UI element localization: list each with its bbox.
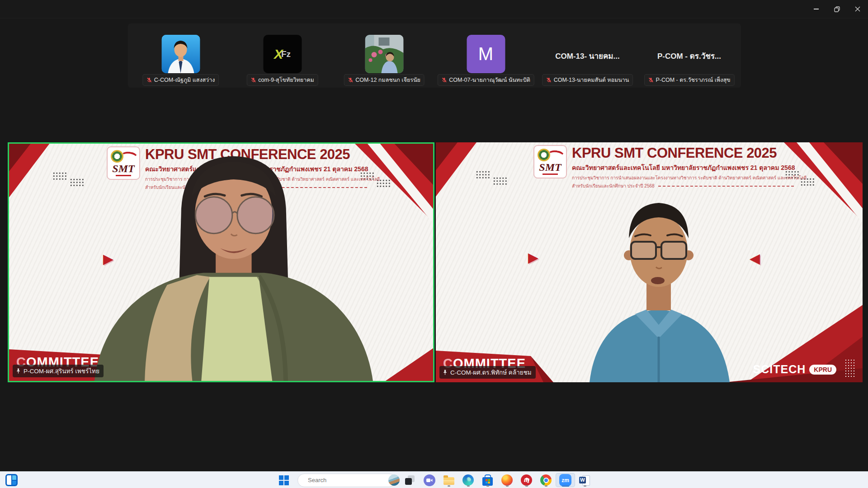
participant-name: COM-12 กมลชนก เจียรนัย <box>355 75 420 84</box>
zoom-app-icon: zm <box>559 474 571 486</box>
participant-avatar: X Fz <box>263 35 302 73</box>
participant-name-pill: C-COM-ณัฐภูมิ แสงสว่าง <box>142 74 219 86</box>
teams-chat-icon <box>424 474 435 486</box>
mic-muted-icon <box>648 77 653 83</box>
widgets-button[interactable] <box>5 474 18 486</box>
mic-muted-icon <box>441 77 447 83</box>
pin-icon <box>16 368 21 374</box>
taskbar-search[interactable] <box>297 474 396 487</box>
file-explorer-icon <box>443 477 454 485</box>
speaker-name: P-COM-ผศ.สุรินทร์ เพชร์ไทย <box>24 366 99 376</box>
scitech-kpru-logo: SCITECH KPRU <box>753 363 836 376</box>
participant-tile[interactable]: C-COM-ณัฐภูมิ แสงสว่าง <box>130 23 231 88</box>
task-view-icon <box>405 475 415 485</box>
participant-tile[interactable]: COM-13- นายคม... COM-13-นายคมสันต์ หอมนา… <box>537 23 638 88</box>
bing-daily-image[interactable] <box>388 474 400 486</box>
participant-name: C-COM-ณัฐภูมิ แสงสว่าง <box>154 75 215 84</box>
close-icon <box>855 6 860 12</box>
person-woman <box>9 144 433 381</box>
scitech-label: SCITECH <box>753 363 806 376</box>
mic-muted-icon <box>250 77 256 83</box>
window-titlebar <box>0 0 868 19</box>
minimize-button[interactable] <box>806 0 826 18</box>
video-name-tag: P-COM-ผศ.สุรินทร์ เพชร์ไทย <box>13 365 104 377</box>
participant-avatar <box>365 35 403 73</box>
riot-client-button[interactable] <box>517 473 536 487</box>
participant-name: com-9-สุโขทัยวิทยาคม <box>258 75 314 84</box>
word-button[interactable]: W <box>575 473 594 487</box>
minimize-icon <box>814 9 819 9</box>
zoom-app-button[interactable]: zm <box>556 473 575 487</box>
pin-icon <box>443 369 448 375</box>
video-tile-active-speaker[interactable]: ▶ SMT KPRU SMT CONFERENCE 2025 คณะวิทยาศ… <box>8 142 434 382</box>
participant-name-pill: P-COM - ดร.วัชราภรณ์ เพ็งสุข <box>644 74 734 86</box>
microsoft-store-button[interactable] <box>478 473 497 487</box>
portrait-photo <box>161 35 200 73</box>
edge-icon <box>462 474 474 486</box>
mic-muted-icon <box>546 77 552 83</box>
participant-display-name: P-COM - ดร.วัชร... <box>638 50 740 62</box>
participant-strip: C-COM-ณัฐภูมิ แสงสว่าง X Fz com-9-สุโขทั… <box>128 23 741 88</box>
participant-name: COM-07-นายภาณุวัฒน์ นันทะปัติ <box>449 75 530 84</box>
participant-tile[interactable]: X Fz com-9-สุโขทัยวิทยาคม <box>231 23 333 88</box>
chrome-button[interactable] <box>536 473 556 487</box>
teams-chat-button[interactable] <box>420 473 439 487</box>
participant-tile[interactable]: M COM-07-นายภาณุวัฒน์ นันทะปัติ <box>435 23 537 88</box>
person-man <box>436 142 863 382</box>
firefox-button[interactable] <box>497 473 517 487</box>
task-view-button[interactable] <box>400 473 420 487</box>
participant-avatar <box>161 35 200 73</box>
mic-muted-icon <box>348 77 353 83</box>
video-tile[interactable]: ▶ ◀ SMT KPRU SMT CONFERENCE 2025 คณะวิทย… <box>436 142 863 382</box>
dot-pattern-white <box>844 359 856 377</box>
riot-games-icon <box>521 474 532 486</box>
restore-icon <box>834 6 840 12</box>
file-explorer-button[interactable] <box>439 473 458 487</box>
microsoft-store-icon <box>482 477 493 486</box>
word-icon: W <box>579 475 590 486</box>
close-button[interactable] <box>847 0 868 18</box>
participant-name-pill: COM-13-นายคมสันต์ หอมนาน <box>542 74 633 86</box>
participant-avatar: M <box>467 35 505 73</box>
participant-tile[interactable]: P-COM - ดร.วัชร... P-COM - ดร.วัชราภรณ์ … <box>638 23 740 88</box>
widgets-icon <box>7 475 11 485</box>
participant-name: COM-13-นายคมสันต์ หอมนาน <box>554 75 629 84</box>
outdoor-photo <box>365 35 403 73</box>
firefox-icon <box>501 474 513 486</box>
participant-name-pill: COM-07-นายภาณุวัฒน์ นันทะปัติ <box>437 74 534 86</box>
restore-button[interactable] <box>826 0 847 18</box>
participant-name-pill: com-9-สุโขทัยวิทยาคม <box>246 74 318 86</box>
avatar-letter: M <box>478 44 493 64</box>
participant-name: P-COM - ดร.วัชราภรณ์ เพ็งสุข <box>656 75 730 84</box>
start-button[interactable] <box>274 473 293 487</box>
kpru-badge: KPRU <box>809 365 836 375</box>
participant-display-name: COM-13- นายคม... <box>537 50 638 62</box>
speaker-name: C-COM-ผศ.ดร.พิทักษ์ คล้ายชม <box>450 367 532 377</box>
search-input[interactable] <box>307 476 388 484</box>
taskbar: zm W ENG <box>0 471 868 488</box>
participant-name-pill: COM-12 กมลชนก เจียรนัย <box>344 74 425 86</box>
participant-tile[interactable]: COM-12 กมลชนก เจียรนัย <box>333 23 435 88</box>
video-name-tag: C-COM-ผศ.ดร.พิทักษ์ คล้ายชม <box>439 366 536 379</box>
chrome-icon <box>540 474 552 486</box>
mic-muted-icon <box>146 77 152 83</box>
edge-button[interactable] <box>458 473 478 487</box>
windows-start-icon <box>279 475 289 485</box>
